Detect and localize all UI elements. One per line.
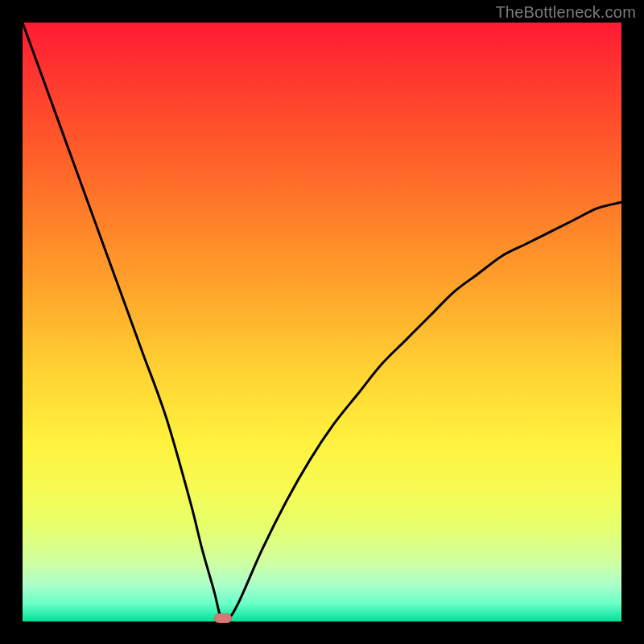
- chart-frame: TheBottleneck.com: [0, 0, 644, 644]
- bottleneck-curve: [23, 23, 621, 621]
- plot-area: [23, 23, 621, 621]
- minimum-marker: [214, 613, 232, 623]
- watermark-text: TheBottleneck.com: [495, 3, 636, 22]
